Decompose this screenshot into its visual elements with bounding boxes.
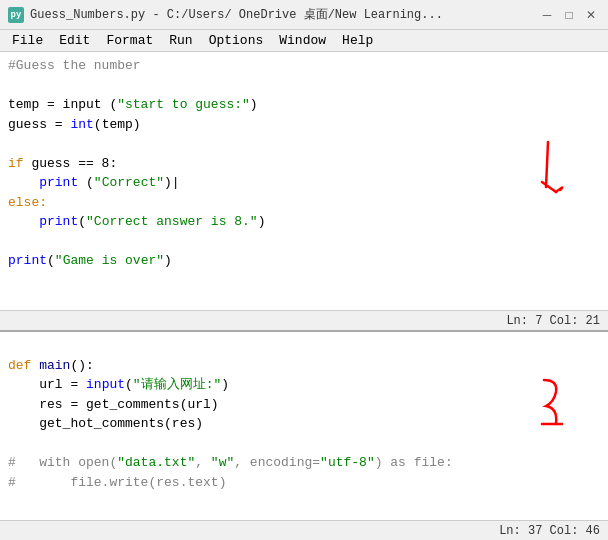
- code-commented2: # file.write(res.text): [8, 475, 226, 490]
- code-get-hot: get_hot_comments(res): [39, 416, 203, 431]
- bottom-status-text: Ln: 37 Col: 46: [499, 524, 600, 538]
- menu-window[interactable]: Window: [271, 31, 334, 50]
- bottom-code-area[interactable]: def main(): url = input("请输入网址:") res = …: [0, 332, 608, 520]
- code-print1: print: [39, 175, 78, 190]
- code-def: def: [8, 358, 31, 373]
- code-url: url = input("请输入网址:"): [39, 377, 229, 392]
- top-status-bar: Ln: 7 Col: 21: [0, 310, 608, 330]
- code-commented1: # with open("data.txt", "w", encoding="u…: [8, 455, 453, 470]
- comment-line1: #Guess the number: [8, 58, 141, 73]
- title-bar-left: py Guess_Numbers.py - C:/Users/ OneDrive…: [8, 6, 443, 23]
- code-temp: temp = input ("start to guess:"): [8, 97, 258, 112]
- bottom-code-scroll[interactable]: def main(): url = input("请输入网址:") res = …: [0, 332, 608, 520]
- code-if: if: [8, 156, 24, 171]
- app-window: py Guess_Numbers.py - C:/Users/ OneDrive…: [0, 0, 608, 540]
- top-code-area[interactable]: #Guess the number temp = input ("start t…: [0, 52, 608, 275]
- code-print3: print: [8, 253, 47, 268]
- menu-options[interactable]: Options: [201, 31, 272, 50]
- window-controls: ─ □ ✕: [538, 6, 600, 24]
- code-else: else:: [8, 195, 47, 210]
- title-bar: py Guess_Numbers.py - C:/Users/ OneDrive…: [0, 0, 608, 30]
- minimize-button[interactable]: ─: [538, 6, 556, 24]
- window-title: Guess_Numbers.py - C:/Users/ OneDrive 桌面…: [30, 6, 443, 23]
- top-editor-pane: #Guess the number temp = input ("start t…: [0, 52, 608, 332]
- menu-run[interactable]: Run: [161, 31, 200, 50]
- code-res: res = get_comments(url): [39, 397, 218, 412]
- code-print2: print: [39, 214, 78, 229]
- app-icon: py: [8, 7, 24, 23]
- menu-bar: File Edit Format Run Options Window Help: [0, 30, 608, 52]
- top-code-scroll[interactable]: #Guess the number temp = input ("start t…: [0, 52, 608, 330]
- menu-format[interactable]: Format: [98, 31, 161, 50]
- menu-edit[interactable]: Edit: [51, 31, 98, 50]
- menu-help[interactable]: Help: [334, 31, 381, 50]
- menu-file[interactable]: File: [4, 31, 51, 50]
- code-guess: guess = int(temp): [8, 117, 141, 132]
- bottom-status-bar: Ln: 37 Col: 46: [0, 520, 608, 540]
- bottom-editor-pane: def main(): url = input("请输入网址:") res = …: [0, 332, 608, 540]
- top-status-text: Ln: 7 Col: 21: [506, 314, 600, 328]
- close-button[interactable]: ✕: [582, 6, 600, 24]
- maximize-button[interactable]: □: [560, 6, 578, 24]
